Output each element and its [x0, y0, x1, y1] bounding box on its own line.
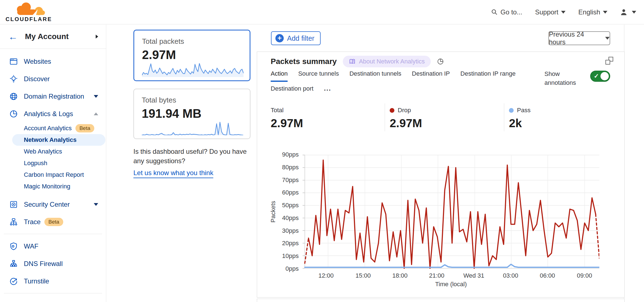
x-tick-label: 21:00 — [422, 272, 452, 279]
x-axis-tick-labels: 12:0015:0018:0021:00Wed 3103:0006:0009:0… — [303, 272, 599, 280]
lightbulb-icon — [9, 75, 18, 83]
drop-legend-dot — [390, 108, 394, 113]
show-annotations-label: Show annotations — [544, 70, 579, 87]
account-menu[interactable] — [620, 9, 636, 16]
total-bytes-card[interactable]: Total bytes 191.94 MB — [133, 89, 250, 139]
y-tick-label: 80pps — [282, 164, 299, 171]
sidebar-divider — [4, 293, 102, 293]
tab-source-tunnels[interactable]: Source tunnels — [298, 70, 339, 82]
cloudflare-cloud-icon — [5, 2, 51, 16]
goto-search[interactable]: Go to... — [491, 8, 523, 16]
search-icon — [491, 9, 498, 16]
total-packets-title: Total packets — [142, 37, 244, 46]
expand-square-front — [605, 60, 610, 65]
tab-destination-ip-range[interactable]: Destination IP range — [460, 70, 516, 82]
expand-panel-icon[interactable] — [605, 57, 613, 65]
total-packets-card[interactable]: Total packets 2.97M — [133, 30, 250, 81]
stat-pass-value: 2k — [509, 117, 531, 130]
sidebar-item-domain-registration[interactable]: Domain Registration — [0, 88, 106, 105]
tab-destination-ip[interactable]: Destination IP — [412, 70, 450, 82]
add-filter-button[interactable]: + Add filter — [271, 31, 321, 45]
chevron-down-icon — [603, 11, 607, 14]
y-axis-tick-labels: 0pps10pps20pps30pps40pps50pps60pps70pps8… — [273, 155, 299, 269]
x-tick-label: Wed 31 — [458, 272, 489, 279]
sidebar-item-websites[interactable]: Websites — [0, 53, 106, 70]
globe-icon — [9, 92, 18, 101]
y-tick-label: 20pps — [282, 240, 299, 247]
x-axis-title: Time (local) — [303, 281, 599, 288]
y-tick-label: 30pps — [282, 227, 299, 234]
sidebar-item-discover[interactable]: Discover — [0, 70, 106, 88]
support-menu[interactable]: Support — [535, 8, 566, 16]
language-label: English — [578, 8, 600, 16]
stat-divider — [385, 103, 385, 131]
sidebar-account-header[interactable]: ← My Account — [0, 25, 106, 49]
back-arrow-icon[interactable]: ← — [8, 32, 18, 41]
add-filter-label: Add filter — [287, 34, 315, 42]
language-menu[interactable]: English — [578, 8, 607, 16]
tab-destination-tunnels[interactable]: Destination tunnels — [349, 70, 401, 82]
support-label: Support — [535, 8, 558, 16]
x-tick-label: 09:00 — [569, 272, 600, 279]
feedback-link[interactable]: Let us know what you think — [133, 168, 213, 178]
show-annotations-toggle[interactable]: ✓ — [590, 71, 610, 82]
y-tick-label: 50pps — [282, 202, 299, 209]
total-packets-sparkline — [142, 62, 244, 77]
sidebar-item-partially-visible[interactable] — [0, 297, 106, 302]
book-icon — [349, 59, 356, 64]
cloudflare-logo[interactable]: CLOUDFLARE — [5, 2, 52, 23]
panel-header: Packets summary About Network Analytics — [271, 56, 444, 67]
sidebar-item-waf[interactable]: WAF — [0, 237, 106, 255]
sidebar-subitem-label: Magic Monitoring — [24, 183, 70, 190]
sidebar-subitem-label: Carbon Impact Report — [24, 171, 84, 178]
packets-time-series-chart[interactable] — [303, 155, 599, 269]
chevron-up-icon — [94, 112, 98, 115]
beta-badge: Beta — [44, 218, 63, 226]
cloudflare-dashboard: CLOUDFLARE Go to... Support English — [0, 0, 644, 302]
sidebar-nav: Websites Discover — [0, 49, 106, 302]
pie-chart-icon[interactable] — [437, 58, 444, 65]
stat-total: Total 2.97M — [271, 107, 303, 130]
sidebar-item-network-analytics[interactable]: Network Analytics — [12, 134, 105, 146]
chevron-down-icon — [605, 37, 610, 40]
sidebar-item-web-analytics[interactable]: Web Analytics — [0, 146, 106, 157]
sidebar-item-carbon-impact-report[interactable]: Carbon Impact Report — [0, 169, 106, 181]
check-icon: ✓ — [594, 73, 599, 80]
chevron-down-icon — [94, 95, 98, 98]
toggle-knob — [600, 72, 609, 80]
sidebar-item-label: Turnstile — [24, 277, 98, 285]
x-tick-label: 18:00 — [385, 272, 415, 279]
x-tick-label: 06:00 — [532, 272, 563, 279]
beta-badge: Beta — [75, 124, 94, 132]
time-range-label: Previous 24 hours — [549, 30, 602, 46]
sidebar-item-analytics-logs[interactable]: Analytics & Logs — [0, 105, 106, 122]
chart-plot-area — [303, 155, 599, 269]
y-tick-label: 90pps — [282, 151, 299, 158]
sidebar-item-turnstile[interactable]: Turnstile — [0, 272, 106, 290]
dimension-tabs-row2: Destination port ... — [271, 85, 331, 96]
tab-action[interactable]: Action — [271, 70, 288, 82]
time-range-dropdown[interactable]: Previous 24 hours — [548, 31, 610, 45]
tab-destination-port[interactable]: Destination port — [271, 85, 313, 96]
sidebar-item-trace[interactable]: Trace Beta — [0, 213, 106, 231]
sidebar-item-dns-firewall[interactable]: DNS Firewall — [0, 255, 106, 272]
trace-icon — [9, 218, 18, 226]
total-packets-value: 2.97M — [142, 48, 244, 62]
y-tick-label: 60pps — [282, 189, 299, 196]
sidebar-item-account-analytics[interactable]: Account Analytics Beta — [0, 122, 106, 134]
pass-legend-dot — [509, 108, 514, 113]
packets-summary-panel: Packets summary About Network Analytics … — [257, 52, 625, 298]
about-network-analytics-badge[interactable]: About Network Analytics — [343, 56, 431, 67]
goto-label: Go to... — [501, 8, 523, 16]
security-safe-icon — [9, 200, 18, 209]
sidebar-item-magic-monitoring[interactable]: Magic Monitoring — [0, 181, 106, 192]
total-bytes-title: Total bytes — [142, 96, 244, 104]
stat-total-label: Total — [271, 107, 283, 114]
more-tabs-ellipsis[interactable]: ... — [324, 85, 331, 96]
total-bytes-sparkline — [142, 121, 243, 135]
sidebar-item-logpush[interactable]: Logpush — [0, 157, 106, 169]
sidebar-subitem-label: Account Analytics — [24, 125, 72, 132]
sidebar-item-label: DNS Firewall — [24, 260, 98, 268]
total-bytes-value: 191.94 MB — [142, 107, 244, 121]
sidebar-item-security-center[interactable]: Security Center — [0, 196, 106, 213]
